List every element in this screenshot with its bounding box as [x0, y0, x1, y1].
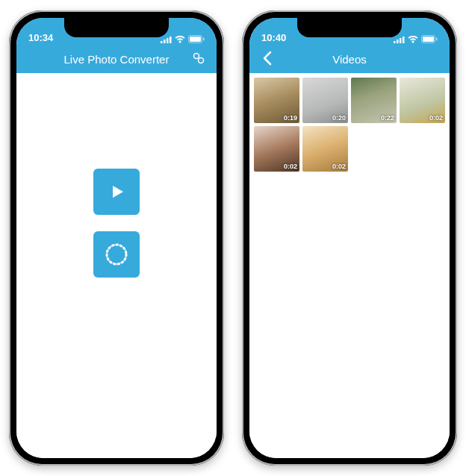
- status-time: 10:34: [28, 32, 69, 43]
- video-duration: 0:02: [332, 163, 346, 170]
- phone-mockup-right: 10:40 Videos: [242, 10, 457, 466]
- battery-icon: [188, 35, 205, 43]
- svg-rect-1: [164, 40, 166, 43]
- svg-point-10: [107, 245, 126, 264]
- video-duration: 0:19: [284, 114, 297, 122]
- wifi-icon: [408, 36, 418, 43]
- gear-icon: [191, 51, 206, 68]
- video-thumbnail[interactable]: 0:02: [254, 126, 299, 172]
- video-duration: 0:02: [284, 163, 297, 170]
- svg-rect-11: [394, 41, 396, 43]
- chevron-left-icon: [262, 51, 273, 68]
- video-thumbnail[interactable]: 0:19: [254, 78, 299, 123]
- video-thumbnail[interactable]: 0:02: [400, 78, 445, 123]
- screen: 10:34 Live Photo Converter: [16, 18, 217, 458]
- svg-point-8: [199, 57, 204, 63]
- svg-rect-13: [400, 38, 402, 43]
- loading-circle-icon: [103, 241, 130, 268]
- video-grid: 0:19 0:20 0:22 0:02 0:02 0:02: [249, 73, 450, 176]
- svg-rect-6: [203, 38, 205, 41]
- cellular-signal-icon: [394, 36, 405, 43]
- video-thumbnail[interactable]: 0:22: [351, 78, 397, 123]
- play-video-button[interactable]: [93, 169, 140, 215]
- svg-marker-9: [113, 186, 123, 198]
- device-notch: [297, 18, 402, 37]
- nav-title: Videos: [332, 53, 367, 66]
- wifi-icon: [175, 36, 185, 43]
- svg-rect-5: [190, 37, 201, 42]
- video-thumbnail[interactable]: 0:20: [302, 78, 348, 123]
- settings-button[interactable]: [188, 48, 209, 69]
- videos-content: 0:19 0:20 0:22 0:02 0:02 0:02: [249, 73, 450, 458]
- svg-rect-2: [167, 38, 169, 43]
- device-notch: [64, 18, 169, 37]
- back-button[interactable]: [257, 48, 278, 69]
- video-duration: 0:20: [332, 114, 346, 122]
- svg-rect-14: [403, 37, 405, 43]
- svg-rect-0: [161, 41, 163, 43]
- svg-rect-12: [397, 40, 399, 43]
- video-thumbnail[interactable]: 0:02: [302, 126, 348, 172]
- cellular-signal-icon: [161, 36, 172, 43]
- video-duration: 0:02: [429, 114, 443, 122]
- phone-mockup-left: 10:34 Live Photo Converter: [9, 10, 224, 466]
- live-photo-button[interactable]: [93, 231, 140, 278]
- play-icon: [107, 182, 126, 201]
- home-buttons: [93, 169, 140, 278]
- screen: 10:40 Videos: [249, 18, 450, 458]
- status-indicators: [160, 35, 205, 43]
- svg-rect-17: [436, 38, 438, 41]
- nav-bar: Videos: [249, 45, 450, 73]
- nav-bar: Live Photo Converter: [16, 45, 217, 73]
- status-indicators: [393, 35, 438, 43]
- battery-icon: [421, 35, 438, 43]
- svg-point-7: [194, 53, 199, 58]
- svg-rect-16: [423, 37, 434, 42]
- nav-title: Live Photo Converter: [64, 53, 170, 66]
- svg-rect-3: [170, 37, 172, 43]
- home-content: [16, 73, 217, 458]
- video-duration: 0:22: [381, 114, 394, 122]
- status-time: 10:40: [261, 32, 302, 43]
